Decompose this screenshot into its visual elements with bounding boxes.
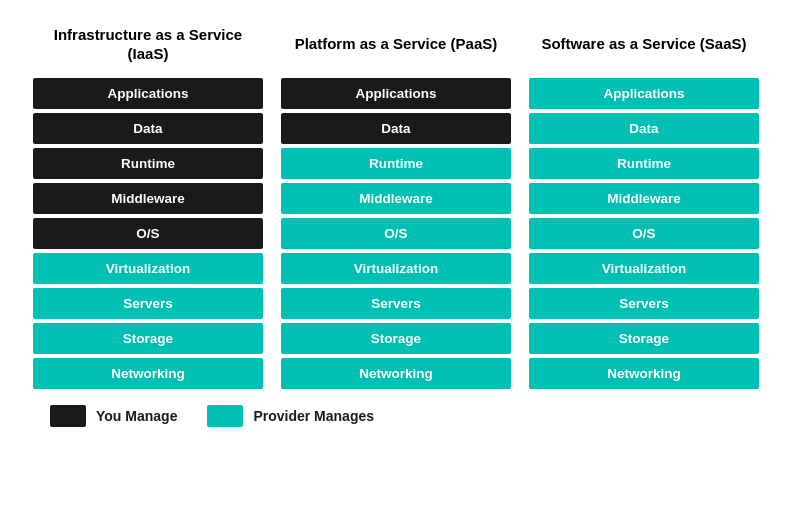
layer-paas-runtime: Runtime	[281, 148, 511, 179]
layer-paas-servers: Servers	[281, 288, 511, 319]
layer-saas-storage: Storage	[529, 323, 759, 354]
layer-saas-applications: Applications	[529, 78, 759, 109]
legend-item-you-manage: You Manage	[50, 405, 177, 427]
layer-paas-data: Data	[281, 113, 511, 144]
comparison-grid: Infrastructure as a Service (IaaS)Applic…	[20, 20, 772, 389]
legend-label-provider-manages: Provider Manages	[253, 408, 374, 424]
stack-iaas: ApplicationsDataRuntimeMiddlewareO/SVirt…	[33, 78, 263, 389]
layer-iaas-data: Data	[33, 113, 263, 144]
stack-saas: ApplicationsDataRuntimeMiddlewareO/SVirt…	[529, 78, 759, 389]
layer-iaas-o-s: O/S	[33, 218, 263, 249]
column-iaas: Infrastructure as a Service (IaaS)Applic…	[33, 20, 263, 389]
legend: You ManageProvider Manages	[20, 405, 772, 427]
layer-iaas-virtualization: Virtualization	[33, 253, 263, 284]
legend-label-you-manage: You Manage	[96, 408, 177, 424]
layer-paas-virtualization: Virtualization	[281, 253, 511, 284]
layer-iaas-applications: Applications	[33, 78, 263, 109]
layer-iaas-middleware: Middleware	[33, 183, 263, 214]
layer-saas-virtualization: Virtualization	[529, 253, 759, 284]
layer-saas-o-s: O/S	[529, 218, 759, 249]
layer-saas-middleware: Middleware	[529, 183, 759, 214]
layer-paas-applications: Applications	[281, 78, 511, 109]
layer-paas-storage: Storage	[281, 323, 511, 354]
layer-iaas-servers: Servers	[33, 288, 263, 319]
legend-box-you-manage	[50, 405, 86, 427]
column-saas: Software as a Service (SaaS)Applications…	[529, 20, 759, 389]
layer-paas-middleware: Middleware	[281, 183, 511, 214]
layer-iaas-networking: Networking	[33, 358, 263, 389]
column-header-iaas: Infrastructure as a Service (IaaS)	[33, 20, 263, 68]
layer-paas-o-s: O/S	[281, 218, 511, 249]
layer-iaas-runtime: Runtime	[33, 148, 263, 179]
layer-saas-data: Data	[529, 113, 759, 144]
layer-paas-networking: Networking	[281, 358, 511, 389]
layer-saas-servers: Servers	[529, 288, 759, 319]
stack-paas: ApplicationsDataRuntimeMiddlewareO/SVirt…	[281, 78, 511, 389]
layer-iaas-storage: Storage	[33, 323, 263, 354]
layer-saas-networking: Networking	[529, 358, 759, 389]
column-header-saas: Software as a Service (SaaS)	[541, 20, 746, 68]
legend-item-provider-manages: Provider Manages	[207, 405, 374, 427]
legend-box-provider-manages	[207, 405, 243, 427]
column-header-paas: Platform as a Service (PaaS)	[295, 20, 498, 68]
layer-saas-runtime: Runtime	[529, 148, 759, 179]
column-paas: Platform as a Service (PaaS)Applications…	[281, 20, 511, 389]
